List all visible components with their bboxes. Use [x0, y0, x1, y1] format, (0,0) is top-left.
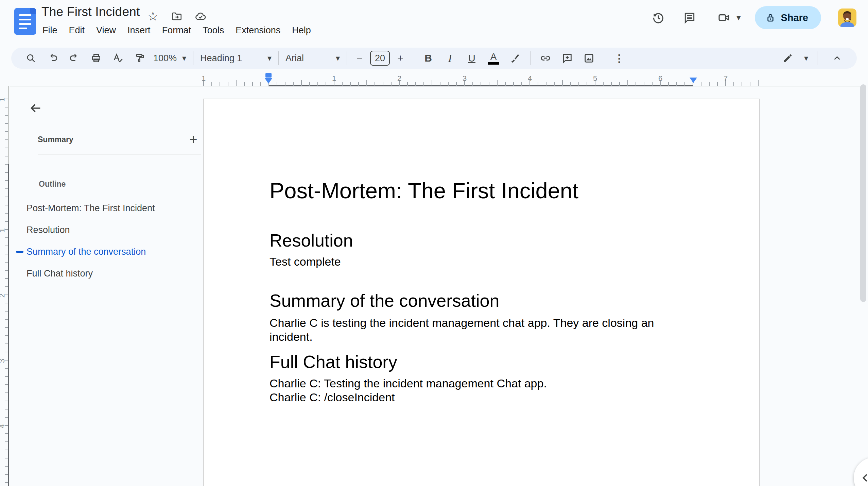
- horizontal-ruler[interactable]: 1 1 2 3 4 5 6 7: [10, 75, 861, 86]
- edit-mode-caret-icon[interactable]: ▾: [804, 53, 808, 63]
- decrease-font-size-button[interactable]: −: [352, 50, 367, 66]
- lock-icon: [765, 12, 776, 23]
- add-comment-icon[interactable]: [559, 50, 575, 66]
- text-color-swatch: [488, 62, 499, 65]
- paint-format-icon[interactable]: [132, 50, 147, 66]
- edit-mode-pencil-icon[interactable]: [780, 50, 796, 66]
- doc-heading-summary[interactable]: Summary of the conversation: [270, 290, 499, 311]
- style-caret-icon: ▾: [267, 53, 272, 63]
- chevron-left-icon: [860, 472, 868, 484]
- sidebar-divider: [38, 154, 201, 154]
- doc-paragraph[interactable]: Charlie C: /closeIncident: [270, 390, 698, 404]
- cloud-check-icon[interactable]: [193, 9, 208, 24]
- vertical-ruler[interactable]: 1 1 2 3 4: [0, 86, 10, 486]
- menu-edit[interactable]: Edit: [63, 22, 91, 38]
- increase-font-size-button[interactable]: +: [393, 50, 408, 66]
- menu-view[interactable]: View: [90, 22, 122, 38]
- paragraph-style-select[interactable]: Heading 1 ▾: [200, 53, 272, 64]
- menu-tools[interactable]: Tools: [197, 22, 230, 38]
- outline-item-active[interactable]: Summary of the conversation: [11, 241, 191, 263]
- google-docs-app: The First Incident ☆ File Edit View Inse…: [0, 0, 868, 486]
- share-label: Share: [781, 12, 808, 23]
- left-indent-marker[interactable]: [265, 78, 272, 84]
- toolbar: 100% ▾ Heading 1 ▾ Arial ▾ − 20 + B I U …: [11, 48, 857, 69]
- spellcheck-icon[interactable]: [110, 50, 126, 66]
- print-icon[interactable]: [88, 50, 104, 66]
- menu-insert[interactable]: Insert: [122, 22, 156, 38]
- font-caret-icon: ▾: [336, 53, 340, 63]
- more-options-button[interactable]: ⋮: [611, 50, 627, 66]
- active-outline-dash: [16, 251, 23, 253]
- font-family-select[interactable]: Arial ▾: [285, 53, 340, 64]
- font-size-input[interactable]: 20: [370, 51, 390, 66]
- docs-logo[interactable]: [14, 8, 36, 35]
- zoom-caret-icon: ▾: [182, 53, 186, 63]
- outline-item[interactable]: Post-Mortem: The First Incident: [11, 197, 191, 219]
- history-icon[interactable]: [647, 7, 669, 29]
- bold-button[interactable]: B: [420, 50, 436, 66]
- show-side-panel-button[interactable]: [854, 457, 868, 486]
- collapse-menus-icon[interactable]: [829, 50, 845, 66]
- doc-heading-chat[interactable]: Full Chat history: [270, 352, 397, 372]
- doc-paragraph[interactable]: Charlie C is testing the incident manage…: [270, 316, 698, 344]
- link-icon[interactable]: [538, 50, 553, 66]
- menubar: File Edit View Insert Format Tools Exten…: [37, 22, 317, 38]
- comments-icon[interactable]: [679, 7, 700, 29]
- undo-icon[interactable]: [45, 50, 60, 66]
- star-icon[interactable]: ☆: [145, 9, 160, 24]
- summary-heading: Summary: [38, 135, 73, 144]
- header: The First Incident ☆ File Edit View Inse…: [0, 0, 868, 45]
- outline-heading: Outline: [39, 180, 66, 189]
- move-folder-icon[interactable]: [169, 9, 184, 24]
- video-call-icon[interactable]: ▾: [713, 7, 745, 29]
- underline-button[interactable]: U: [464, 50, 480, 66]
- italic-button[interactable]: I: [442, 50, 458, 66]
- doc-paragraph[interactable]: Charlie C: Testing the incident manageme…: [270, 376, 698, 390]
- docs-logo-fold: [30, 8, 36, 14]
- menu-file[interactable]: File: [37, 22, 63, 38]
- avatar[interactable]: [838, 9, 856, 27]
- back-arrow-icon[interactable]: [25, 97, 47, 119]
- text-color-button[interactable]: A: [486, 50, 501, 66]
- menu-format[interactable]: Format: [156, 22, 197, 38]
- doc-paragraph[interactable]: Test complete: [270, 255, 698, 269]
- doc-heading-1[interactable]: Post-Mortem: The First Incident: [270, 178, 578, 203]
- first-line-indent-marker[interactable]: [265, 73, 272, 78]
- right-indent-marker[interactable]: [690, 78, 697, 83]
- redo-icon[interactable]: [67, 50, 82, 66]
- document-title[interactable]: The First Incident: [41, 5, 140, 19]
- outline-item[interactable]: Resolution: [11, 219, 191, 241]
- menu-extensions[interactable]: Extensions: [230, 22, 286, 38]
- document-page[interactable]: Post-Mortem: The First Incident Resoluti…: [203, 99, 760, 486]
- search-icon[interactable]: [23, 50, 39, 66]
- highlight-color-icon[interactable]: [507, 50, 523, 66]
- insert-image-icon[interactable]: [581, 50, 597, 66]
- video-call-caret-icon[interactable]: ▾: [736, 13, 741, 22]
- add-summary-button[interactable]: +: [186, 132, 201, 147]
- outline-item[interactable]: Full Chat history: [11, 263, 191, 284]
- zoom-select[interactable]: 100% ▾: [153, 53, 186, 64]
- menu-help[interactable]: Help: [286, 22, 317, 38]
- share-button[interactable]: Share: [755, 6, 821, 29]
- doc-heading-resolution[interactable]: Resolution: [270, 230, 353, 251]
- vertical-scrollbar-thumb[interactable]: [860, 84, 866, 302]
